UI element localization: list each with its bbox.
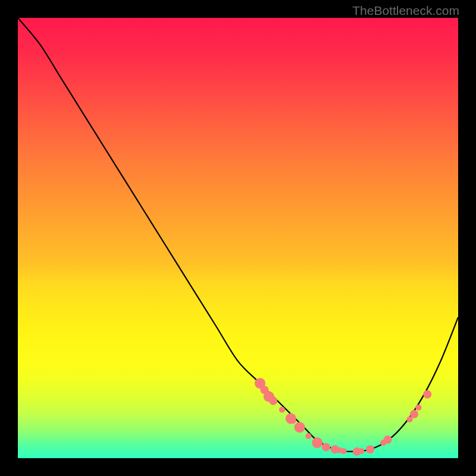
curve-group xyxy=(18,18,458,452)
watermark-text: TheBottleneck.com xyxy=(352,4,459,18)
data-marker xyxy=(279,407,285,413)
data-marker xyxy=(312,437,322,448)
bottleneck-curve xyxy=(18,18,458,452)
data-marker xyxy=(290,418,296,424)
data-marker xyxy=(366,445,374,453)
data-marker xyxy=(295,422,305,433)
data-marker xyxy=(384,436,392,444)
data-marker xyxy=(341,448,347,454)
chart-svg xyxy=(18,18,458,458)
markers-group xyxy=(255,378,431,456)
data-marker xyxy=(415,405,421,411)
data-marker xyxy=(358,448,364,454)
data-marker xyxy=(269,397,277,405)
data-marker xyxy=(305,433,311,439)
data-marker xyxy=(423,390,431,399)
data-marker xyxy=(410,410,418,418)
data-marker xyxy=(322,443,330,452)
